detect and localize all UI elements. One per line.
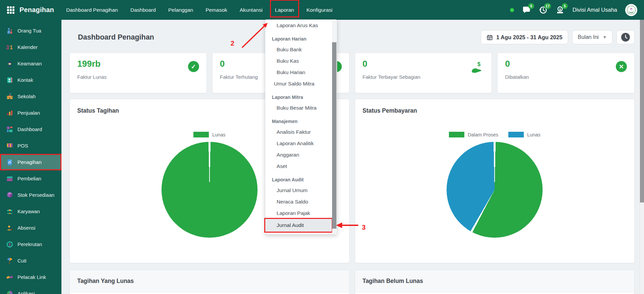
svg-text:$: $ <box>477 61 481 67</box>
sidebar-item-penagihan[interactable]: $ Penagihan 1 <box>0 154 61 170</box>
calendar-icon <box>487 34 493 41</box>
time-settings-button[interactable] <box>616 30 635 44</box>
dropdown-scrollbar-track[interactable] <box>332 20 336 234</box>
sidebar-item-pos[interactable]: POS <box>0 137 61 154</box>
sidebar-item-label: Kontak <box>17 77 33 83</box>
recruitment-ring-icon <box>6 241 13 248</box>
menu-buku-kas[interactable]: Buku Kas <box>265 55 332 67</box>
panel-title: Tagihan Belum Lunas <box>363 278 423 285</box>
sidebar-item-label: Stok Persediaan <box>17 192 54 198</box>
sidebar-item-label: POS <box>17 143 28 149</box>
activity-count-badge: 17 <box>544 3 551 9</box>
stat-card-dibatalkan: 0 Dibatalkan ✕ <box>497 53 635 93</box>
menu-jurnal-audit[interactable]: Jurnal Audit 3 <box>265 219 332 232</box>
apps-grid-icon[interactable] <box>7 6 15 14</box>
sidebar-item-stok-persediaan[interactable]: Stok Persediaan <box>0 187 61 203</box>
panel-header: Tagihan Yang Lunas <box>70 270 349 292</box>
avatar[interactable] <box>625 4 637 16</box>
sidebar-item-sekolah[interactable]: Sekolah <box>0 88 61 105</box>
sidebar-item-kontak[interactable]: Kontak <box>0 72 61 88</box>
status-pembayaran-panel: Status Pembayaran Dalam Proses Lunas <box>355 99 635 263</box>
calendar-31-icon: 31 <box>6 44 13 51</box>
app-brand[interactable]: Penagihan <box>19 6 54 14</box>
sidebar-item-keamanan[interactable]: Keamanan <box>0 55 61 72</box>
legend-item-lunas[interactable]: Lunas <box>193 132 226 137</box>
stat-cards-row: 199rb Faktur Lunas ✓ 0 Faktur Terhutang … <box>70 53 635 93</box>
chat-bubble-icon[interactable]: 5 <box>522 6 531 14</box>
laporan-dropdown-menu: Laporan Arus Kas Laporan Harian Buku Ban… <box>265 19 337 235</box>
apps-wheel-icon <box>6 290 13 294</box>
sidebar-item-label: Pelacak Link <box>17 274 46 280</box>
legend-item-lunas[interactable]: Lunas <box>508 132 541 137</box>
sidebar-item-perekrutan[interactable]: Perekrutan <box>0 236 61 252</box>
menu-buku-harian[interactable]: Buku Harian <box>265 67 332 78</box>
nav-dashboard[interactable]: Dashboard <box>130 6 156 14</box>
sidebar-item-cuti[interactable]: Cuti <box>0 252 61 269</box>
sidebar-item-karyawan[interactable]: Karyawan <box>0 203 61 220</box>
panel-body <box>70 292 349 294</box>
stat-value: 0 <box>505 59 627 69</box>
sidebar-item-pelacak-link[interactable]: Pelacak Link <box>0 269 61 285</box>
menu-section-laporan-harian: Laporan Harian <box>265 35 332 43</box>
nav-laporan[interactable]: Laporan 2 Laporan Arus Kas Laporan Haria… <box>275 6 294 14</box>
nav-dashboard-penagihan[interactable]: Dashboard Penagihan <box>66 6 118 14</box>
money-receipt-icon[interactable]: $ 5 <box>556 6 564 14</box>
check-circle-icon: ✓ <box>188 61 199 72</box>
menu-jurnal-umum[interactable]: Jurnal Umum <box>265 185 332 196</box>
nav-pelanggan[interactable]: Pelanggan <box>168 6 193 14</box>
menu-anggaran[interactable]: Anggaran <box>265 149 332 161</box>
svg-text:1: 1 <box>10 44 13 50</box>
legend-item-dalam-proses[interactable]: Dalam Proses <box>449 132 498 137</box>
attendance-person-icon <box>6 224 13 232</box>
money-count-badge: 5 <box>562 3 568 9</box>
stat-card-faktur-lunas: 199rb Faktur Lunas ✓ <box>70 53 207 93</box>
date-range-button[interactable]: 1 Agu 2025 - 31 Agu 2025 <box>481 30 568 44</box>
menu-laporan-pajak[interactable]: Laporan Pajak <box>265 208 332 219</box>
sidebar-item-dashboard[interactable]: Dashboard <box>0 121 61 137</box>
menu-laporan-arus-kas[interactable]: Laporan Arus Kas <box>265 20 332 31</box>
history-clock-icon[interactable]: 17 <box>539 6 548 14</box>
stat-label: Faktur Terbayar Sebagian <box>363 74 485 80</box>
menu-umur-saldo-mitra[interactable]: Umur Saldo Mitra <box>265 78 332 90</box>
menu-buku-besar-mitra[interactable]: Buku Besar Mitra <box>265 102 332 114</box>
stat-value: 0 <box>363 59 485 69</box>
chevron-down-icon: ▼ <box>603 35 607 40</box>
sidebar-item-label: Karyawan <box>17 209 40 214</box>
menu-analisis-faktur[interactable]: Analisis Faktur <box>265 126 332 138</box>
nav-pemasok[interactable]: Pemasok <box>205 6 227 14</box>
menu-section-laporan-audit: Laporan Audit <box>265 175 332 184</box>
panel-title: Tagihan Yang Lunas <box>77 278 134 285</box>
legend-swatch <box>449 132 464 137</box>
sidebar-item-label: Cuti <box>17 258 27 263</box>
menu-aset[interactable]: Aset <box>265 161 332 172</box>
menu-neraca-saldo[interactable]: Neraca Saldo <box>265 196 332 208</box>
sidebar-item-label: Keamanan <box>17 61 42 66</box>
sidebar-item-label: Pembelian <box>17 176 41 181</box>
school-building-icon <box>6 93 13 100</box>
sidebar-item-penjualan[interactable]: Penjualan <box>0 105 61 121</box>
menu-buku-bank[interactable]: Buku Bank <box>265 44 332 55</box>
sidebar-item-pembelian[interactable]: Pembelian <box>0 170 61 187</box>
period-select[interactable]: Bulan Ini ▼ <box>572 30 612 44</box>
nav-akuntansi[interactable]: Akuntansi <box>240 6 263 14</box>
sidebar-item-kalender[interactable]: 31 Kalender <box>0 39 61 55</box>
stat-label: Dibatalkan <box>505 74 627 80</box>
panel-header: Tagihan Belum Lunas <box>355 270 635 292</box>
nav-konfigurasi[interactable]: Konfigurasi <box>307 6 333 14</box>
svg-text:$: $ <box>559 7 561 11</box>
sidebar-item-aplikasi[interactable]: Aplikasi <box>0 285 61 294</box>
status-tagihan-pie-chart <box>162 142 258 238</box>
sidebar-item-absensi[interactable]: Absensi <box>0 220 61 236</box>
online-status-dot <box>510 8 514 12</box>
top-navbar: Penagihan Dashboard Penagihan Dashboard … <box>0 0 644 20</box>
page-scrollbar-track[interactable] <box>640 20 644 294</box>
clock-icon <box>621 33 630 42</box>
page-scrollbar-thumb[interactable] <box>640 20 644 202</box>
menu-laporan-analitik[interactable]: Laporan Analitik <box>265 138 332 149</box>
dropdown-scrollbar-thumb[interactable] <box>332 42 336 229</box>
menu-section-manajemen: Manajemen <box>265 117 332 126</box>
sidebar-item-label: Kalender <box>17 44 38 50</box>
chart-legend: Dalam Proses Lunas <box>355 132 635 137</box>
sidebar-item-orang-tua[interactable]: Orang Tua <box>0 22 61 39</box>
legend-swatch <box>193 132 209 137</box>
